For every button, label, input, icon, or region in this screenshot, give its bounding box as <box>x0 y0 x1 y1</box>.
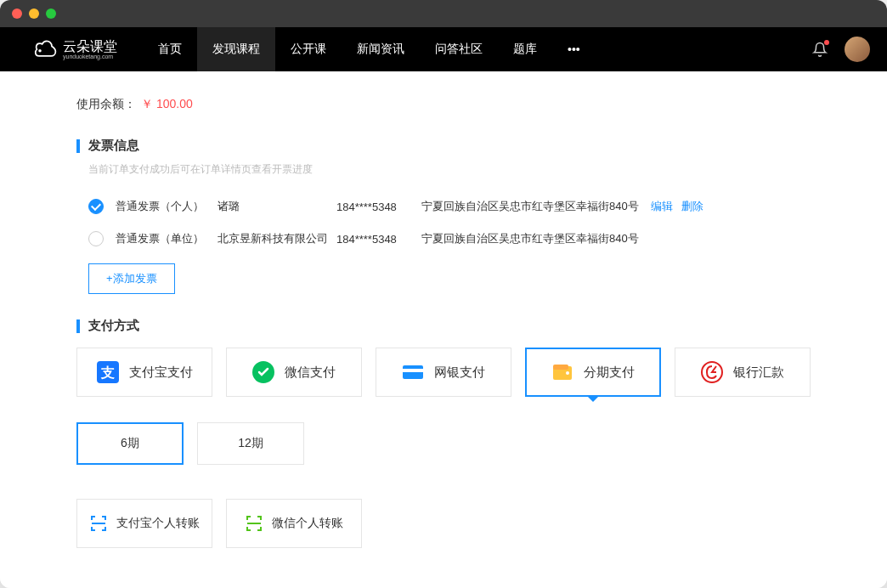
logo-subtext: yunduoketang.com <box>63 54 117 59</box>
invoice-section-title: 发票信息 <box>88 138 139 154</box>
invoice-section-subtitle: 当前订单支付成功后可在订单详情页查看开票进度 <box>88 162 811 177</box>
invoice-phone: 184****5348 <box>336 201 421 213</box>
window-titlebar <box>0 0 887 27</box>
payment-method-bankwire[interactable]: 银行汇款 <box>675 348 811 397</box>
section-accent-bar <box>76 139 80 153</box>
balance-row: 使用余额： ￥ 100.00 <box>76 97 811 112</box>
payment-method-label: 银行汇款 <box>733 365 784 381</box>
payment-method-alipay[interactable]: 支支付宝支付 <box>76 348 212 397</box>
logo[interactable]: 云朵课堂 yunduoketang.com <box>34 39 117 59</box>
maximize-window-icon[interactable] <box>46 8 56 19</box>
nav-item-0[interactable]: 首页 <box>143 27 197 71</box>
transfer-option-alipay-transfer[interactable]: 支付宝个人转账 <box>76 499 212 548</box>
nav-item-3[interactable]: 新闻资讯 <box>342 27 420 71</box>
svg-point-8 <box>566 371 569 375</box>
payment-method-label: 微信支付 <box>285 365 336 381</box>
invoice-type: 普通发票（个人） <box>116 199 218 214</box>
invoice-address: 宁夏回族自治区吴忠市红寺堡区幸福街840号 <box>421 199 642 214</box>
section-accent-bar <box>76 319 80 333</box>
payment-method-label: 网银支付 <box>434 365 485 381</box>
minimize-window-icon[interactable] <box>29 8 39 19</box>
transfer-option-wechat-transfer[interactable]: 微信个人转账 <box>226 499 362 548</box>
invoice-delete-link[interactable]: 删除 <box>681 199 703 214</box>
invoice-name: 北京昱新科技有限公司 <box>218 231 336 246</box>
nav-item-4[interactable]: 问答社区 <box>420 27 498 71</box>
transfer-label: 微信个人转账 <box>272 516 343 531</box>
invoice-row: 普通发票（个人）诸璐184****5348宁夏回族自治区吴忠市红寺堡区幸福街84… <box>76 190 811 223</box>
logo-text: 云朵课堂 <box>63 40 117 54</box>
notification-dot-icon <box>824 40 829 45</box>
svg-rect-7 <box>553 365 568 370</box>
payment-method-label: 支付宝支付 <box>129 365 193 381</box>
svg-point-0 <box>38 49 42 53</box>
nav-item-2[interactable]: 公开课 <box>275 27 342 71</box>
balance-value: ￥ 100.00 <box>141 97 193 112</box>
bank-icon <box>701 361 723 383</box>
balance-label: 使用余额： <box>76 97 136 112</box>
svg-text:支: 支 <box>100 365 115 380</box>
invoice-section: 发票信息 当前订单支付成功后可在订单详情页查看开票进度 普通发票（个人）诸璐18… <box>76 138 811 294</box>
payment-method-netbank[interactable]: 网银支付 <box>376 348 511 397</box>
notification-bell[interactable] <box>812 42 828 57</box>
payment-method-installment[interactable]: 分期支付 <box>525 348 661 397</box>
add-invoice-button[interactable]: +添加发票 <box>88 263 175 294</box>
invoice-phone: 184****5348 <box>336 233 421 246</box>
netbank-icon <box>402 361 424 383</box>
svg-rect-5 <box>403 369 423 372</box>
installment-period-option[interactable]: 12期 <box>197 422 304 465</box>
scan-icon <box>89 514 108 533</box>
cloud-logo-icon <box>34 39 58 59</box>
installment-period-option[interactable]: 6期 <box>76 422 184 465</box>
transfer-label: 支付宝个人转账 <box>116 516 200 531</box>
invoice-name: 诸璐 <box>218 199 336 214</box>
wallet-icon <box>551 361 573 383</box>
scan-icon <box>245 514 263 533</box>
nav-more[interactable]: ••• <box>552 42 596 56</box>
wechat-icon <box>252 361 274 383</box>
ellipsis-icon: ••• <box>568 42 580 56</box>
invoice-address: 宁夏回族自治区吴忠市红寺堡区幸福街840号 <box>421 231 642 246</box>
user-avatar[interactable] <box>845 37 870 62</box>
nav-item-5[interactable]: 题库 <box>498 27 552 71</box>
main-content: 使用余额： ￥ 100.00 发票信息 当前订单支付成功后可在订单详情页查看开票… <box>0 71 887 588</box>
payment-method-wechat[interactable]: 微信支付 <box>226 348 362 397</box>
payment-section: 支付方式 支支付宝支付微信支付网银支付分期支付银行汇款 6期12期 支付宝个人转… <box>76 318 811 548</box>
payment-method-label: 分期支付 <box>584 365 635 381</box>
navbar: 云朵课堂 yunduoketang.com 首页发现课程公开课新闻资讯问答社区题… <box>0 27 887 71</box>
nav-item-1[interactable]: 发现课程 <box>197 27 275 71</box>
invoice-type: 普通发票（单位） <box>116 231 218 246</box>
alipay-icon: 支 <box>97 361 119 383</box>
invoice-row: 普通发票（单位）北京昱新科技有限公司184****5348宁夏回族自治区吴忠市红… <box>76 223 811 255</box>
invoice-edit-link[interactable]: 编辑 <box>651 199 673 214</box>
invoice-radio[interactable] <box>88 199 104 214</box>
payment-section-title: 支付方式 <box>88 318 139 334</box>
close-window-icon[interactable] <box>12 8 22 19</box>
invoice-radio[interactable] <box>88 231 104 246</box>
